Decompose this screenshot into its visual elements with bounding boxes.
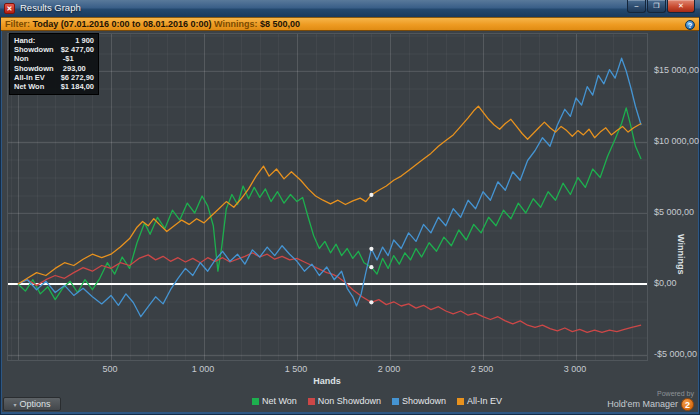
x-tick: 2 000 xyxy=(378,364,401,374)
results-chart-plot[interactable] xyxy=(7,33,648,361)
maximize-button[interactable]: ❐ xyxy=(647,0,666,13)
y-tick: $10 000,00 xyxy=(654,136,699,146)
x-tick: 1 000 xyxy=(192,364,215,374)
help-icon[interactable]: ? xyxy=(685,20,695,30)
series-non-showdown xyxy=(18,253,641,332)
powered-by-block: Powered by Hold'em Manager 2 xyxy=(607,389,694,411)
brand-name: Hold'em Manager xyxy=(607,400,678,409)
hover-tooltip: Hand:1 900Showdown$2 477,00Non Showdown-… xyxy=(9,33,99,95)
y-tick: $15 000,00 xyxy=(654,65,699,75)
winnings-value: $8 500,00 xyxy=(260,19,300,29)
legend-item-showdown: Showdown xyxy=(392,396,446,406)
options-arrow-icon: ▾ xyxy=(13,402,16,408)
title-bar[interactable]: ✕ Results Graph – ❐ ✕ xyxy=(0,0,700,17)
hover-marker-showdown xyxy=(369,247,373,251)
series-showdown xyxy=(18,58,641,317)
series-all-in-ev xyxy=(18,106,641,284)
close-button[interactable]: ✕ xyxy=(667,0,695,13)
hover-marker-non-showdown xyxy=(369,300,373,304)
legend: Net WonNon ShowdownShowdownAll-In EV xyxy=(252,396,502,406)
x-axis-title: Hands xyxy=(313,376,341,386)
results-chart[interactable] xyxy=(8,34,647,360)
legend-item-net-won: Net Won xyxy=(252,396,297,406)
filter-bar: Filter: Today (07.01.2016 0:00 to 08.01.… xyxy=(1,17,699,31)
chart-area: Hand:1 900Showdown$2 477,00Non Showdown-… xyxy=(2,31,698,412)
x-tick: 2 500 xyxy=(471,364,494,374)
y-tick: $5 000,00 xyxy=(654,207,694,217)
hover-marker-all-in-ev xyxy=(369,193,373,197)
legend-item-all-in-ev: All-In EV xyxy=(457,396,502,406)
window-title: Results Graph xyxy=(20,2,81,13)
winnings-label: Winnings: xyxy=(214,19,257,29)
tooltip-row: Showdown$2 477,00 xyxy=(14,45,94,54)
powered-by-text: Powered by xyxy=(607,389,694,398)
y-tick: $0,00 xyxy=(654,278,677,288)
tooltip-row: Net Won$1 184,00 xyxy=(14,82,94,91)
legend-swatch-icon xyxy=(252,398,259,405)
legend-item-non-showdown: Non Showdown xyxy=(308,396,381,406)
legend-swatch-icon xyxy=(392,398,399,405)
filter-value: Today (07.01.2016 0:00 to 08.01.2016 0:0… xyxy=(33,19,212,29)
hm2-badge-icon: 2 xyxy=(681,398,694,411)
app-icon: ✕ xyxy=(4,3,15,14)
legend-swatch-icon xyxy=(308,398,315,405)
tooltip-row: All-In EV$6 272,90 xyxy=(14,73,94,82)
minimize-button[interactable]: – xyxy=(627,0,646,13)
options-label: Options xyxy=(19,399,50,409)
x-tick: 3 000 xyxy=(564,364,587,374)
y-tick: -$5 000,00 xyxy=(654,349,697,359)
hover-marker-net-won xyxy=(369,265,373,269)
tooltip-row: Non Showdown-$1 293,00 xyxy=(14,54,94,72)
x-tick: 1 500 xyxy=(285,364,308,374)
options-button[interactable]: ▾Options xyxy=(3,397,61,411)
results-graph-window: ✕ Results Graph – ❐ ✕ Filter: Today (07.… xyxy=(0,0,700,415)
filter-label: Filter: xyxy=(5,19,30,29)
y-axis-title: Winnings xyxy=(676,234,686,274)
legend-swatch-icon xyxy=(457,398,464,405)
x-tick: 500 xyxy=(102,364,117,374)
tooltip-row: Hand:1 900 xyxy=(14,36,94,45)
